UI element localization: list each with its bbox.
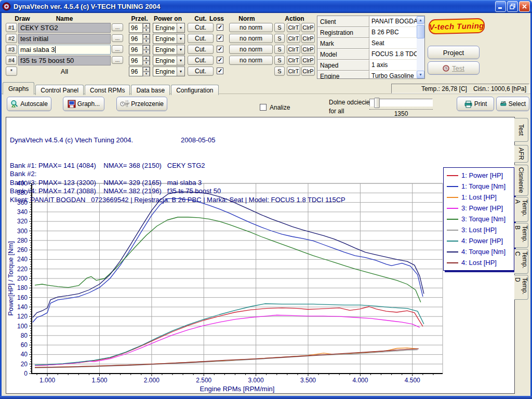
slider-thumb[interactable] <box>374 98 380 108</box>
spin-up-icon[interactable]: ▲ <box>143 56 150 61</box>
print-button[interactable]: Print <box>457 97 494 111</box>
cut-button[interactable]: Cut. <box>188 34 214 43</box>
action-clrp-button[interactable]: ClrP <box>301 45 315 54</box>
client-field-value[interactable]: PANAIT BOGDAN <box>369 16 417 27</box>
client-field-value[interactable]: Turbo Gasoline <box>369 71 417 79</box>
client-field-value[interactable]: B 26 PBC <box>369 27 417 38</box>
spin-up-icon[interactable]: ▲ <box>143 45 150 50</box>
run-name-input[interactable]: CEKY STG2 <box>18 23 111 33</box>
norm-button[interactable]: no norm <box>229 34 273 43</box>
scroll-down-button[interactable]: ▼ <box>417 71 424 78</box>
select-button[interactable]: Select <box>496 97 529 111</box>
loss-checkbox[interactable]: ✓ <box>217 57 223 63</box>
power-on-select[interactable]: Engine ▼ <box>153 66 185 76</box>
dropdown-arrow-icon[interactable]: ▼ <box>177 34 184 43</box>
dropdown-arrow-icon[interactable]: ▼ <box>177 23 184 32</box>
side-tab-temp-d[interactable]: Temp. D <box>514 275 528 300</box>
power-on-select[interactable]: Engine ▼ <box>153 45 185 55</box>
scroll-up-button[interactable]: ▲ <box>417 16 424 24</box>
tab-const-rpms[interactable]: Const RPMs <box>85 85 130 95</box>
autoscale-button[interactable]: Autoscale <box>7 97 51 111</box>
tab-configuration[interactable]: Configuration <box>171 85 218 95</box>
spin-up-icon[interactable]: ▲ <box>143 23 150 28</box>
row-id-button[interactable]: #3 <box>6 45 17 54</box>
minimize-button[interactable] <box>495 1 506 12</box>
cut-button[interactable]: Cut. <box>188 66 214 76</box>
action-clrt-button[interactable]: ClrT <box>287 66 300 76</box>
spin-up-icon[interactable]: ▲ <box>143 67 150 72</box>
action-clrp-button[interactable]: ClrP <box>301 23 315 32</box>
power-on-select[interactable]: Engine ▼ <box>153 23 185 33</box>
more-button[interactable]: ... <box>112 23 123 31</box>
more-button[interactable]: ... <box>112 34 123 42</box>
spin-up-icon[interactable]: ▲ <box>143 34 150 39</box>
side-tab-test[interactable]: Test <box>514 118 528 142</box>
action-clrp-button[interactable]: ClrP <box>301 56 315 65</box>
loss-checkbox[interactable]: ✓ <box>217 24 223 31</box>
spin-down-icon[interactable]: ▼ <box>143 50 150 55</box>
side-tab-temp-b[interactable]: Temp. B <box>514 223 528 248</box>
restore-button[interactable] <box>507 1 518 12</box>
tab-control-panel[interactable]: Control Panel <box>35 85 84 95</box>
side-tab-temp-c[interactable]: Temp. C <box>514 249 528 274</box>
client-field-value[interactable]: Seat <box>369 38 417 49</box>
action-clrt-button[interactable]: ClrT <box>287 23 300 32</box>
action-clrp-button[interactable]: ClrP <box>301 34 315 43</box>
tab-graphs[interactable]: Graphs <box>3 82 34 95</box>
dolne-odciecie-slider[interactable] <box>369 99 433 107</box>
spin-down-icon[interactable]: ▼ <box>143 72 150 76</box>
action-s-button[interactable]: S <box>274 34 285 43</box>
cut-button[interactable]: Cut. <box>188 23 214 32</box>
row-id-button[interactable]: #4 <box>6 56 17 65</box>
action-s-button[interactable]: S <box>274 56 285 65</box>
przel-spinner[interactable]: 96 ▲ ▼ <box>129 45 150 55</box>
run-name-input[interactable]: f35 ts 75 boost 50 <box>18 56 111 65</box>
cut-button[interactable]: Cut. <box>188 56 214 65</box>
przelozenie-button[interactable]: 1 3 5 2 4 Przelozenie <box>116 97 167 111</box>
row-id-button[interactable]: #2 <box>6 34 17 43</box>
client-field-value[interactable]: FOCUS 1.8 TDCI 115CP <box>369 49 417 60</box>
dropdown-arrow-icon[interactable]: ▼ <box>177 67 184 76</box>
przel-spinner[interactable]: 96 ▲ ▼ <box>129 56 150 65</box>
action-clrt-button[interactable]: ClrT <box>287 45 300 54</box>
run-name-input[interactable]: All <box>18 66 111 76</box>
norm-button[interactable]: no norm <box>229 56 273 65</box>
close-button[interactable] <box>519 1 530 12</box>
client-table-scrollbar[interactable]: ▲ ▼ <box>417 16 424 78</box>
przel-spinner[interactable]: 96 ▲ ▼ <box>129 66 150 76</box>
project-button[interactable]: Project <box>428 46 480 59</box>
przel-spinner[interactable]: 96 ▲ ▼ <box>129 34 150 44</box>
loss-checkbox[interactable]: ✓ <box>217 35 223 42</box>
dropdown-arrow-icon[interactable]: ▼ <box>177 45 184 54</box>
spin-down-icon[interactable]: ▼ <box>143 28 150 33</box>
row-id-button[interactable]: #1 <box>6 23 17 32</box>
spin-down-icon[interactable]: ▼ <box>143 39 150 44</box>
tab-data-base[interactable]: Data base <box>131 85 170 95</box>
norm-button[interactable]: no norm <box>229 45 273 54</box>
client-field-value[interactable]: 1 axis <box>369 60 417 71</box>
analize-checkbox[interactable] <box>260 104 267 111</box>
more-button[interactable]: ... <box>112 56 123 64</box>
przel-spinner[interactable]: 96 ▲ ▼ <box>129 23 150 33</box>
power-on-select[interactable]: Engine ▼ <box>153 56 185 65</box>
scroll-thumb[interactable] <box>417 25 424 38</box>
row-id-button[interactable]: * <box>6 66 17 76</box>
dropdown-arrow-icon[interactable]: ▼ <box>177 56 184 65</box>
action-s-button[interactable]: S <box>274 45 285 54</box>
test-button[interactable]: Test <box>428 61 480 75</box>
action-s-button[interactable]: S <box>274 66 285 76</box>
run-name-input[interactable]: mai slaba 3 <box>18 45 111 55</box>
more-button[interactable]: ... <box>112 45 123 53</box>
spin-down-icon[interactable]: ▼ <box>143 61 150 65</box>
action-clrp-button[interactable]: ClrP <box>301 66 315 76</box>
action-clrt-button[interactable]: ClrT <box>287 34 300 43</box>
power-on-select[interactable]: Engine ▼ <box>153 34 185 44</box>
side-tab-temp-a[interactable]: Temp. A <box>514 197 528 222</box>
loss-checkbox[interactable]: ✓ <box>217 46 223 52</box>
cut-button[interactable]: Cut. <box>188 45 214 54</box>
graph-button[interactable]: Graph... <box>63 97 104 111</box>
action-s-button[interactable]: S <box>274 23 285 32</box>
norm-button[interactable]: no norm <box>229 23 273 32</box>
run-name-input[interactable]: test initial <box>18 34 111 44</box>
action-clrt-button[interactable]: ClrT <box>287 56 300 65</box>
